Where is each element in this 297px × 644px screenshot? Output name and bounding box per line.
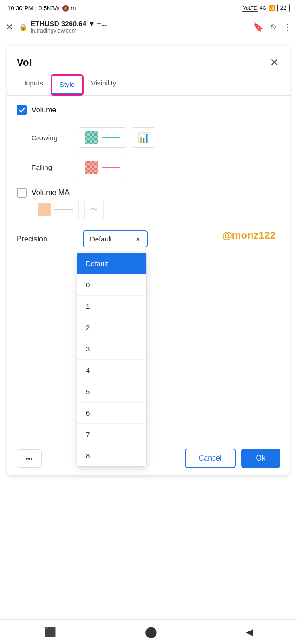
dropdown-item-3[interactable]: 3 — [77, 338, 146, 360]
volume-ma-color-swatch — [38, 203, 51, 216]
browser-bar: ✕ 🔒 ETHUSD 3260.64 ▼ −... in.tradingview… — [0, 16, 297, 38]
footer-right: Cancel Ok — [185, 449, 280, 468]
growing-chart-type-button[interactable]: 📊 — [132, 127, 155, 148]
tab-style[interactable]: Style — [52, 76, 82, 94]
volte-icon: VoLTE — [242, 5, 258, 12]
more-button[interactable]: ••• — [17, 449, 42, 468]
content-area: Vol ✕ Inputs Style Visibility — [0, 38, 297, 619]
dropdown-item-2[interactable]: 2 — [77, 317, 146, 338]
status-bar: 10:30 PM | 0.5KB/s 🔕 m VoLTE 4G 📶 22 — [0, 0, 297, 16]
more-options-icon[interactable]: ⋮ — [283, 22, 291, 32]
battery-icon: 22 — [277, 4, 290, 12]
precision-select[interactable]: Default ∧ — [83, 230, 148, 247]
browser-bar-center: 🔒 ETHUSD 3260.64 ▼ −... in.tradingview.c… — [19, 20, 247, 34]
precision-value: Default — [90, 235, 112, 243]
growing-color-button[interactable] — [79, 127, 126, 148]
nav-back-icon[interactable]: ◀ — [246, 626, 253, 637]
dropdown-item-6[interactable]: 6 — [77, 403, 146, 424]
falling-line-preview — [102, 167, 120, 168]
tab-inputs[interactable]: Inputs — [17, 74, 51, 96]
signal-icon: 📶 — [268, 5, 275, 11]
volume-ma-section-header: Volume MA — [17, 188, 280, 198]
checkmark-icon — [19, 107, 25, 113]
carrier-icon: m — [71, 5, 76, 12]
dialog-title: Vol — [17, 57, 32, 69]
lock-icon: 🔒 — [19, 23, 27, 31]
dropdown-item-8[interactable]: 8 — [77, 445, 146, 466]
volume-ma-line-preview — [54, 209, 73, 210]
status-right: VoLTE 4G 📶 22 — [242, 4, 290, 12]
dialog-footer: ••• Cancel Ok — [7, 441, 290, 475]
mute-icon: 🔕 — [62, 5, 69, 12]
volume-checkbox[interactable] — [17, 105, 27, 115]
falling-row: Falling — [17, 152, 280, 182]
bar-chart-icon: 📊 — [138, 132, 149, 143]
dropdown-item-default[interactable]: Default — [77, 253, 146, 274]
growing-label: Growing — [32, 134, 73, 142]
share-icon[interactable]: ⎋ — [271, 22, 276, 32]
network-speed: | — [35, 5, 37, 12]
network-info: 0.5KB/s — [39, 5, 60, 12]
dropdown-item-4[interactable]: 4 — [77, 360, 146, 381]
dialog-body: Volume Growing 📊 Falling — [7, 98, 290, 437]
dropdown-spacer — [17, 253, 280, 429]
4g-icon: 4G — [260, 6, 266, 11]
dialog: Vol ✕ Inputs Style Visibility — [7, 46, 290, 475]
precision-row: Precision Default ∧ @monz122 Default 0 — [17, 225, 280, 253]
nav-stop-icon[interactable]: ⬛ — [45, 626, 56, 637]
growing-row: Growing 📊 — [17, 123, 280, 152]
tab-visibility[interactable]: Visibility — [84, 74, 123, 96]
tabs-row: Inputs Style Visibility — [7, 74, 290, 96]
tab-style-highlight-box: Style — [51, 74, 84, 96]
dropdown-item-5[interactable]: 5 — [77, 381, 146, 403]
growing-color-swatch — [85, 131, 98, 144]
status-left: 10:30 PM | 0.5KB/s 🔕 m — [7, 5, 76, 12]
volume-label: Volume — [32, 106, 56, 114]
volume-ma-style-row: 〜 — [17, 198, 280, 225]
cancel-button[interactable]: Cancel — [185, 449, 236, 468]
nav-bar: ⬛ ⬤ ◀ — [0, 619, 297, 644]
ok-button[interactable]: Ok — [241, 449, 280, 468]
wave-icon: 〜 — [90, 205, 98, 215]
falling-color-button[interactable] — [79, 157, 126, 177]
volume-section-header: Volume — [17, 105, 280, 115]
volume-ma-color-button[interactable] — [32, 200, 79, 220]
dialog-header: Vol ✕ — [7, 46, 290, 74]
bookmark-icon[interactable]: 🔖 — [253, 22, 263, 32]
chevron-up-icon: ∧ — [136, 235, 140, 243]
nav-home-icon[interactable]: ⬤ — [145, 625, 157, 638]
growing-line-preview — [102, 137, 120, 138]
watermark: @monz122 — [222, 229, 276, 241]
volume-ma-label: Volume MA — [32, 189, 70, 197]
falling-color-swatch — [85, 161, 98, 174]
precision-dropdown: Default 0 1 2 3 — [77, 253, 147, 467]
time: 10:30 PM — [7, 5, 33, 12]
dropdown-item-1[interactable]: 1 — [77, 296, 146, 317]
browser-close-icon[interactable]: ✕ — [6, 21, 13, 33]
page-url: in.tradingview.com — [31, 27, 107, 34]
volume-ma-chart-type-button[interactable]: 〜 — [84, 200, 104, 220]
browser-icons: 🔖 ⎋ ⋮ — [253, 22, 291, 32]
precision-label: Precision — [17, 235, 77, 243]
dialog-close-button[interactable]: ✕ — [268, 55, 280, 71]
dropdown-item-7[interactable]: 7 — [77, 424, 146, 445]
falling-label: Falling — [32, 163, 73, 171]
volume-ma-checkbox[interactable] — [17, 188, 27, 198]
page-title: ETHUSD 3260.64 ▼ −... — [31, 20, 107, 27]
dropdown-item-0[interactable]: 0 — [77, 274, 146, 296]
